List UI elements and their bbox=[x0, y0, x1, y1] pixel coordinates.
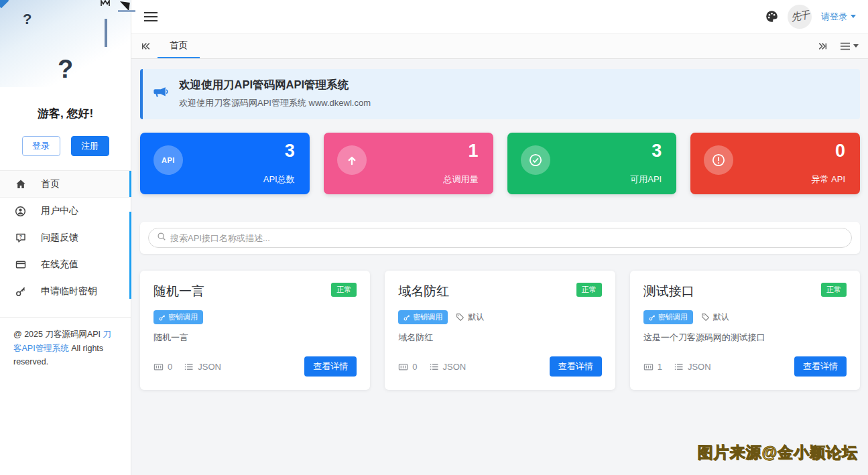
list-icon bbox=[674, 362, 684, 372]
counter-icon bbox=[398, 362, 408, 372]
login-dropdown[interactable]: 请登录 bbox=[821, 11, 856, 23]
register-button[interactable]: 注册 bbox=[71, 136, 109, 156]
sidebar-item-label: 在线充值 bbox=[41, 259, 78, 271]
stat-label: 可用API bbox=[630, 174, 662, 186]
banner-text: 欢迎使用刀API管码网API管理系统 欢迎使用刀客源码网API管理系统 www.… bbox=[179, 78, 371, 109]
megaphone-icon bbox=[152, 84, 168, 103]
tag-icon bbox=[701, 313, 710, 322]
copyright: @ 2025 刀客源码网API 刀客API管理系统 All rights res… bbox=[0, 317, 131, 379]
tab-list-menu-icon[interactable] bbox=[840, 42, 859, 50]
status-badge: 正常 bbox=[331, 283, 357, 297]
tab-label: 首页 bbox=[170, 40, 188, 52]
broken-avatar-placeholder: ? bbox=[0, 55, 131, 84]
navbar-right: 先干 请登录 bbox=[765, 5, 856, 29]
api-card-description: 这是一个刀客源码网的测试接口 bbox=[643, 332, 847, 344]
key-icon bbox=[159, 314, 166, 321]
sidebar-scrollbar-thumb[interactable] bbox=[129, 212, 131, 299]
sidebar-item-label: 申请临时密钥 bbox=[41, 285, 97, 297]
tab-bar-right bbox=[818, 42, 859, 51]
call-count-value: 0 bbox=[412, 362, 417, 372]
sidebar-item-home[interactable]: 首页 bbox=[0, 171, 131, 198]
caret-down-icon bbox=[853, 44, 859, 48]
banner-title: 欢迎使用刀API管码网API管理系统 bbox=[179, 78, 371, 92]
call-count: 1 bbox=[643, 362, 662, 372]
welcome-banner: 欢迎使用刀API管码网API管理系统 欢迎使用刀客源码网API管理系统 www.… bbox=[140, 69, 860, 119]
copyright-prefix: @ 2025 刀客源码网API bbox=[13, 330, 103, 339]
status-badge: 正常 bbox=[821, 283, 847, 297]
search-input[interactable] bbox=[170, 233, 843, 243]
stat-cards: API 3 API总数 1 总调用量 3 可用 bbox=[140, 133, 860, 194]
stat-card-error-api: 0 异常 API bbox=[690, 133, 860, 194]
key-call-badge: 密钥调用 bbox=[398, 310, 448, 324]
sidebar-item-label: 问题反馈 bbox=[41, 232, 78, 244]
user-avatar[interactable]: 先干 bbox=[788, 5, 812, 29]
list-icon bbox=[429, 362, 439, 372]
main-area: 先干 请登录 首页 bbox=[131, 0, 868, 475]
key-badge-label: 密钥调用 bbox=[413, 312, 442, 322]
stat-value: 3 bbox=[652, 141, 662, 161]
theme-palette-icon[interactable] bbox=[765, 10, 778, 23]
stat-value: 3 bbox=[285, 141, 295, 161]
api-card-title: 随机一言 bbox=[153, 283, 204, 300]
scroll-tabs-right-icon[interactable] bbox=[818, 42, 828, 51]
api-card-description: 随机一言 bbox=[153, 332, 357, 344]
image-source-watermark: 图片来源@金小颖论坛 bbox=[698, 442, 858, 463]
stat-card-total-calls: 1 总调用量 bbox=[324, 133, 493, 194]
user-icon bbox=[15, 206, 26, 217]
call-count: 0 bbox=[398, 362, 417, 372]
stat-value: 1 bbox=[468, 141, 478, 161]
key-icon bbox=[404, 314, 410, 321]
sidebar-item-label: 首页 bbox=[41, 178, 60, 190]
artifact-glyph-icon bbox=[101, 0, 110, 7]
format-label: JSON bbox=[429, 362, 467, 372]
api-card-domain-antired: 域名防红 正常 密钥调用 默认 域名防红 bbox=[385, 271, 615, 390]
api-card-list: 随机一言 正常 密钥调用 随机一言 0 bbox=[140, 271, 860, 390]
stat-label: API总数 bbox=[263, 174, 295, 186]
check-circle-icon bbox=[521, 145, 550, 175]
api-card-description: 域名防红 bbox=[398, 332, 601, 344]
decor-bar bbox=[105, 19, 107, 47]
api-card-title: 域名防红 bbox=[398, 283, 449, 300]
tag-label: 默认 bbox=[713, 312, 729, 323]
format-value: JSON bbox=[443, 362, 467, 372]
key-call-badge: 密钥调用 bbox=[153, 310, 203, 324]
sidebar-item-feedback[interactable]: ? 问题反馈 bbox=[0, 224, 131, 251]
search-pill bbox=[148, 228, 852, 248]
sidebar-menu: 首页 用户中心 ? 问题反馈 在线充值 bbox=[0, 170, 131, 305]
default-tag: 默认 bbox=[701, 312, 729, 323]
sidebar-item-recharge[interactable]: 在线充值 bbox=[0, 251, 131, 278]
login-dropdown-label: 请登录 bbox=[821, 11, 847, 23]
tab-bar: 首页 bbox=[131, 33, 868, 59]
view-details-button[interactable]: 查看详情 bbox=[794, 356, 847, 377]
stat-card-api-total: API 3 API总数 bbox=[140, 133, 310, 194]
call-count-value: 0 bbox=[168, 362, 172, 372]
auth-buttons: 登录 注册 bbox=[0, 136, 131, 156]
api-card-title: 测试接口 bbox=[643, 283, 694, 300]
sidebar-item-label: 用户中心 bbox=[41, 205, 78, 217]
cursor-artifact-icon bbox=[119, 1, 130, 11]
api-circle-icon: API bbox=[153, 145, 183, 175]
key-call-badge: 密钥调用 bbox=[643, 310, 693, 324]
stat-label: 总调用量 bbox=[444, 174, 479, 186]
format-label: JSON bbox=[184, 362, 221, 372]
top-navbar: 先干 请登录 bbox=[131, 0, 868, 33]
call-count-value: 1 bbox=[658, 362, 662, 372]
view-details-button[interactable]: 查看详情 bbox=[550, 356, 602, 377]
sidebar-item-temp-key[interactable]: 申请临时密钥 bbox=[0, 278, 131, 305]
sidebar-toggle-icon[interactable] bbox=[143, 11, 158, 22]
view-details-button[interactable]: 查看详情 bbox=[304, 356, 357, 377]
login-button[interactable]: 登录 bbox=[22, 136, 60, 156]
guest-greeting: 游客, 您好! bbox=[0, 106, 131, 121]
sidebar-item-user-center[interactable]: 用户中心 bbox=[0, 198, 131, 224]
sidebar: ? ? 游客, 您好! 登录 注册 首页 用户中心 ? bbox=[0, 0, 131, 475]
tab-home[interactable]: 首页 bbox=[158, 33, 200, 58]
scroll-tabs-left-icon[interactable] bbox=[141, 42, 151, 51]
credit-card-icon bbox=[15, 259, 26, 271]
avatar-scribble: 先干 bbox=[790, 9, 810, 24]
search-icon bbox=[157, 232, 166, 244]
feedback-icon: ? bbox=[15, 232, 26, 244]
key-badge-label: 密钥调用 bbox=[658, 312, 688, 322]
sidebar-header: ? ? bbox=[0, 0, 131, 87]
stat-value: 0 bbox=[835, 141, 845, 161]
decor-line bbox=[118, 10, 135, 12]
